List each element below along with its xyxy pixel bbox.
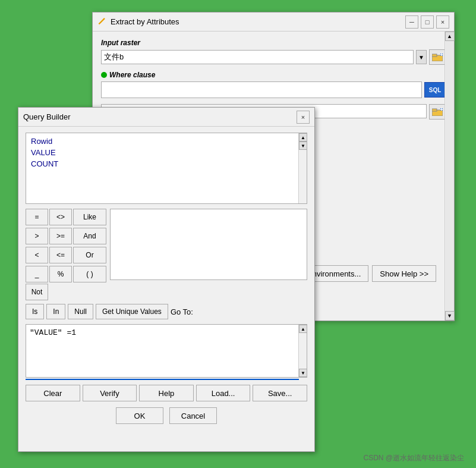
- query-content: Rowid VALUE COUNT ▲ ▼ = <> Like: [18, 127, 314, 430]
- op-lte[interactable]: <=: [49, 247, 72, 263]
- close-button[interactable]: ×: [436, 15, 449, 29]
- query-builder-title: Query Builder: [23, 112, 70, 121]
- browse-output-button[interactable]: [429, 104, 446, 120]
- scroll-down-arrow[interactable]: ▼: [445, 311, 455, 321]
- op-null[interactable]: Null: [68, 304, 93, 319]
- svg-rect-1: [432, 54, 437, 56]
- operators-grid: = <> Like > >= And < <= Or _ % ( ): [26, 209, 106, 300]
- green-dot-icon: [101, 72, 107, 78]
- op-lt[interactable]: <: [26, 247, 48, 263]
- expr-scroll-down[interactable]: ▼: [299, 369, 307, 377]
- save-button[interactable]: Save...: [253, 385, 307, 401]
- title-bar-left: Extract by Attributes: [97, 17, 179, 27]
- field-rowid[interactable]: Rowid: [29, 136, 304, 147]
- main-window-title: Extract by Attributes: [111, 17, 179, 26]
- query-close-button[interactable]: ×: [297, 111, 310, 124]
- where-clause-label: Where clause: [109, 71, 155, 79]
- ok-cancel-row: OK Cancel: [26, 407, 307, 424]
- watermark: CSDN @逝水如流年轻往返染尘: [363, 453, 464, 463]
- scroll-up-arrow[interactable]: ▲: [445, 32, 455, 41]
- op-not[interactable]: Not: [26, 284, 48, 300]
- expression-underline: [26, 379, 299, 380]
- op-and[interactable]: And: [73, 228, 106, 244]
- scroll-track: [446, 41, 454, 311]
- main-title-bar: Extract by Attributes ─ □ ×: [93, 12, 454, 32]
- fields-scroll-up[interactable]: ▲: [299, 133, 307, 142]
- where-clause-input-row: SQL: [101, 81, 446, 98]
- fields-list: Rowid VALUE COUNT ▲ ▼: [26, 133, 307, 204]
- wrench-icon: [97, 17, 107, 27]
- op-parens[interactable]: ( ): [73, 266, 106, 282]
- title-bar-controls: ─ □ ×: [405, 15, 449, 29]
- clear-button[interactable]: Clear: [26, 385, 80, 401]
- ok-button[interactable]: OK: [116, 407, 163, 424]
- cancel-button[interactable]: Cancel: [169, 407, 217, 424]
- expr-scroll-up[interactable]: ▲: [299, 325, 307, 333]
- query-builder-window: Query Builder × Rowid VALUE COUNT ▲ ▼: [18, 107, 315, 452]
- sql-button[interactable]: SQL: [424, 82, 446, 98]
- env-buttons-row: Environments... Show Help >>: [300, 265, 436, 282]
- fields-scroll-down[interactable]: ▼: [299, 142, 307, 150]
- go-to-label: Go To:: [171, 307, 193, 316]
- op-is[interactable]: Is: [26, 304, 44, 319]
- op-percent[interactable]: %: [49, 266, 72, 282]
- input-raster-row: ▼: [101, 49, 446, 65]
- where-clause-field[interactable]: [101, 81, 422, 98]
- fields-list-inner: Rowid VALUE COUNT: [26, 133, 307, 172]
- expr-scroll-track: [299, 333, 307, 369]
- load-button[interactable]: Load...: [196, 385, 251, 401]
- where-clause-row: Where clause: [101, 71, 446, 79]
- dropdown-arrow-icon[interactable]: ▼: [416, 50, 427, 64]
- op-notequals[interactable]: <>: [49, 209, 72, 225]
- expression-area[interactable]: "VALUE" =1 ▲ ▼: [26, 324, 307, 378]
- op-underscore[interactable]: _: [26, 266, 48, 282]
- special-buttons-row: Is In Null Get Unique Values Go To:: [26, 304, 307, 319]
- action-buttons-row: Clear Verify Help Load... Save...: [26, 385, 307, 401]
- field-value[interactable]: VALUE: [29, 147, 304, 158]
- minimize-button[interactable]: ─: [405, 15, 418, 29]
- field-count[interactable]: COUNT: [29, 158, 304, 169]
- op-gte[interactable]: >=: [49, 228, 72, 244]
- expression-scrollbar: ▲ ▼: [298, 325, 307, 377]
- main-scrollbar: ▲ ▼: [445, 32, 454, 321]
- show-help-button[interactable]: Show Help >>: [372, 265, 436, 282]
- op-in[interactable]: In: [46, 304, 65, 319]
- op-gt[interactable]: >: [26, 228, 48, 244]
- folder-output-icon: [432, 108, 443, 116]
- op-equals[interactable]: =: [26, 209, 48, 225]
- operators-values-row: = <> Like > >= And < <= Or _ % ( ): [26, 209, 307, 300]
- browse-raster-button[interactable]: [429, 49, 446, 65]
- help-button[interactable]: Help: [139, 385, 194, 401]
- maximize-button[interactable]: □: [421, 15, 434, 29]
- get-unique-values-button[interactable]: Get Unique Values: [96, 304, 168, 319]
- input-raster-field[interactable]: [101, 50, 414, 64]
- svg-rect-6: [432, 109, 437, 111]
- fields-scrollbar: ▲ ▼: [298, 133, 307, 203]
- op-like[interactable]: Like: [73, 209, 106, 225]
- values-box: [110, 209, 307, 280]
- verify-button[interactable]: Verify: [83, 385, 137, 401]
- op-or[interactable]: Or: [73, 247, 106, 263]
- expression-text: "VALUE" =1: [26, 325, 307, 341]
- folder-icon: [432, 53, 443, 61]
- query-title-bar: Query Builder ×: [18, 108, 314, 127]
- input-raster-label: Input raster: [101, 39, 446, 47]
